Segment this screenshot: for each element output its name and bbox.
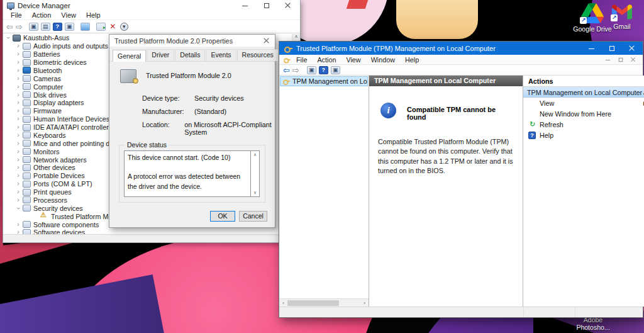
chevron-icon[interactable]	[15, 164, 21, 171]
help-icon[interactable]: ?	[319, 66, 328, 74]
tpm-titlebar[interactable]: Trusted Platform Module (TPM) Management…	[279, 42, 643, 55]
console-tree-panel: TPM Management on Local Compu ‹ ›	[279, 76, 369, 307]
chevron-icon[interactable]	[15, 157, 21, 163]
chevron-icon[interactable]	[15, 222, 21, 228]
export-list-icon[interactable]: ▤	[41, 23, 50, 31]
chevron-icon[interactable]	[15, 92, 21, 98]
menu-view[interactable]: View	[341, 56, 365, 64]
tpm-toolbar: ⇦ ⇨ ▣ ? ▣	[279, 65, 643, 76]
actions-group-header[interactable]: TPM Management on Local Computer ▲	[523, 87, 644, 98]
refresh-icon: ↻	[528, 120, 536, 128]
tpm-device-icon	[120, 69, 136, 83]
chevron-icon[interactable]	[15, 59, 21, 65]
tab-resources[interactable]: Resources	[237, 49, 279, 61]
mdi-close-icon[interactable]	[631, 57, 636, 62]
properties-icon[interactable]: ▣	[331, 66, 340, 74]
tpm-node-icon	[283, 78, 290, 84]
scrollbar-thumb[interactable]	[287, 300, 339, 306]
minimize-icon[interactable]	[242, 3, 248, 9]
forward-icon[interactable]: ⇨	[292, 66, 299, 74]
scan-hardware-changes-icon[interactable]	[80, 23, 90, 31]
scroll-right-icon[interactable]: ›	[360, 300, 369, 306]
menu-file[interactable]: File	[6, 11, 27, 19]
forward-icon[interactable]: ⇨	[16, 23, 23, 31]
network-icon	[23, 156, 31, 163]
field-value: Security devices	[194, 94, 244, 102]
menu-view[interactable]: View	[56, 11, 81, 19]
maximize-icon[interactable]	[264, 3, 270, 9]
update-driver-icon[interactable]	[96, 23, 106, 31]
chevron-icon[interactable]	[15, 67, 21, 74]
tree-item[interactable]: Software devices	[3, 229, 300, 234]
bluetooth-icon	[23, 67, 31, 74]
chevron-icon[interactable]	[15, 84, 21, 90]
mdi-minimize-icon[interactable]	[606, 57, 611, 62]
menu-action[interactable]: Action	[312, 56, 341, 64]
close-icon[interactable]	[629, 45, 635, 52]
device-status-text[interactable]: This device cannot start. (Code 10) A pr…	[124, 150, 251, 197]
tree-item-tpm-root[interactable]: TPM Management on Local Compu	[280, 76, 368, 86]
show-console-tree-icon[interactable]: ▣	[307, 66, 316, 74]
field-label: Device type:	[142, 94, 194, 102]
close-icon[interactable]	[285, 3, 291, 9]
chevron-icon[interactable]	[15, 76, 21, 82]
cancel-button[interactable]: Cancel	[239, 211, 267, 222]
computer-icon	[23, 83, 31, 90]
desktop-icon-adobe-photoshop-label[interactable]: Adobe Photosho...	[569, 316, 617, 331]
action-help[interactable]: ? Help	[523, 130, 644, 140]
chevron-icon[interactable]	[15, 189, 21, 195]
status-scrollbar[interactable]: ∧∨	[251, 150, 260, 197]
action-view[interactable]: View ▶	[523, 98, 644, 108]
console-window-icon[interactable]: ▣	[29, 23, 38, 31]
help-icon[interactable]: ?	[53, 23, 62, 31]
disable-device-icon[interactable]: ▼	[120, 23, 128, 31]
chevron-icon[interactable]	[15, 229, 21, 234]
disk-icon	[23, 91, 31, 98]
chevron-icon[interactable]	[15, 51, 21, 57]
scroll-left-icon[interactable]: ‹	[279, 300, 287, 306]
tab-driver[interactable]: Driver	[147, 49, 174, 61]
chevron-icon[interactable]	[15, 140, 21, 147]
chevron-icon[interactable]	[15, 149, 21, 155]
chevron-icon[interactable]	[15, 116, 21, 122]
tpm-statusbar	[279, 307, 643, 317]
properties-icon[interactable]: ▣	[65, 23, 74, 31]
tab-details[interactable]: Details	[175, 49, 205, 61]
menu-help[interactable]: Help	[81, 11, 106, 19]
chevron-icon[interactable]	[15, 108, 21, 114]
menu-window[interactable]: Window	[366, 56, 400, 64]
close-icon[interactable]	[264, 38, 270, 44]
chevron-icon[interactable]	[15, 99, 21, 106]
field-label: Location:	[142, 121, 184, 136]
audio-icon	[23, 43, 31, 50]
mdi-restore-icon[interactable]	[618, 57, 623, 62]
chevron-icon[interactable]	[5, 35, 11, 41]
device-manager-titlebar[interactable]: Device Manager	[3, 0, 300, 11]
back-icon[interactable]: ⇦	[6, 23, 13, 31]
uninstall-device-icon[interactable]: ✕	[108, 23, 118, 31]
chevron-icon[interactable]	[15, 172, 21, 179]
software-device-icon	[23, 229, 31, 234]
desktop-icon-gmail[interactable]: ↗ Gmail	[602, 3, 641, 30]
horizontal-scrollbar[interactable]: ‹ ›	[279, 298, 369, 307]
dialog-titlebar[interactable]: Trusted Platform Module 2.0 Properties	[109, 35, 275, 47]
tpm-menubar: File Action View Window Help	[279, 55, 643, 65]
tab-general[interactable]: General	[113, 50, 146, 62]
chevron-icon[interactable]	[15, 197, 21, 203]
menu-help[interactable]: Help	[400, 56, 424, 64]
minimize-icon[interactable]	[589, 45, 595, 52]
menu-file[interactable]: File	[291, 56, 312, 64]
tab-events[interactable]: Events	[206, 49, 236, 61]
maximize-icon[interactable]	[609, 45, 615, 52]
chevron-icon[interactable]	[15, 205, 21, 212]
action-refresh[interactable]: ↻ Refresh	[523, 119, 644, 130]
back-icon[interactable]: ⇦	[283, 66, 290, 74]
chevron-icon[interactable]	[15, 43, 21, 49]
chevron-icon[interactable]	[15, 181, 21, 187]
ok-button[interactable]: OK	[210, 211, 235, 222]
device-status-groupbox: Device status This device cannot start. …	[119, 145, 265, 203]
action-new-window[interactable]: New Window from Here	[523, 108, 644, 119]
menu-action[interactable]: Action	[27, 11, 57, 19]
chevron-icon[interactable]	[15, 132, 21, 138]
chevron-icon[interactable]	[15, 124, 21, 130]
